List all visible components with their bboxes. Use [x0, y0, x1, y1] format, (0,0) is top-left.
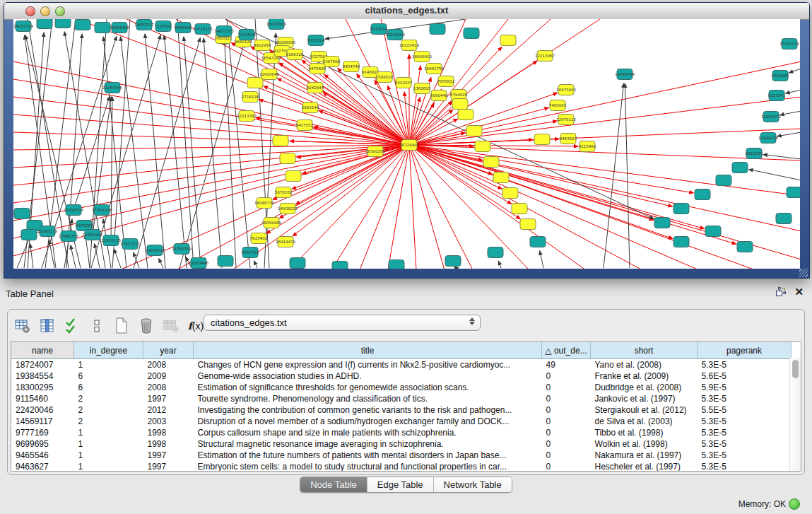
table-row[interactable]: 1830029562008Estimation of significance …: [11, 382, 792, 393]
graph-node[interactable]: [445, 256, 461, 267]
graph-node-label: 8215935: [746, 151, 763, 156]
graph-node[interactable]: [673, 204, 689, 214]
table-row[interactable]: 2242004622012Investigating the contribut…: [11, 404, 792, 416]
row-options-icon[interactable]: [89, 318, 105, 334]
show-columns-icon[interactable]: [40, 318, 55, 334]
graph-node[interactable]: [389, 260, 404, 269]
table-scrollbar[interactable]: [789, 358, 801, 471]
graph-node[interactable]: [290, 258, 305, 269]
graph-node[interactable]: [737, 242, 753, 252]
graph-node[interactable]: [452, 99, 468, 110]
graph-node[interactable]: [502, 188, 518, 199]
column-header-pagerank[interactable]: pagerank: [698, 342, 792, 359]
graph-node-label: 8454749: [343, 64, 360, 69]
graph-node[interactable]: [493, 173, 509, 183]
graph-node[interactable]: [332, 262, 348, 269]
table-scrollbar-thumb[interactable]: [792, 360, 799, 378]
graph-node[interactable]: [464, 28, 479, 39]
graph-node[interactable]: [520, 219, 536, 230]
graph-node[interactable]: [500, 35, 516, 46]
graph-edge: [786, 90, 800, 93]
graph-node[interactable]: [673, 237, 689, 247]
graph-node[interactable]: [475, 141, 490, 152]
table-row[interactable]: 969969511998Structural magnetic resonanc…: [11, 438, 792, 450]
graph-node-label: 12093872: [761, 115, 781, 119]
graph-node[interactable]: [695, 189, 710, 200]
graph-node[interactable]: [512, 204, 527, 214]
column-header-year[interactable]: year: [143, 342, 194, 359]
close-button[interactable]: [25, 6, 35, 16]
graph-node[interactable]: [273, 136, 288, 146]
column-header-name[interactable]: name: [11, 342, 74, 359]
graph-node[interactable]: [458, 110, 473, 120]
graph-node[interactable]: [530, 237, 546, 247]
graph-node-label: 1527602: [155, 24, 172, 28]
graph-edge: [302, 145, 409, 174]
graph-node[interactable]: [75, 20, 90, 30]
graph-node[interactable]: [21, 230, 37, 240]
graph-node[interactable]: [286, 171, 301, 182]
graph-node-label: 9975887: [76, 223, 93, 228]
graph-node[interactable]: [218, 256, 233, 267]
table-row[interactable]: 946362711997Embryonic stem cells: a mode…: [11, 461, 792, 472]
graph-node[interactable]: [430, 24, 445, 35]
column-header-title[interactable]: title: [194, 342, 542, 359]
graph-node[interactable]: [534, 134, 550, 145]
memory-status-indicator[interactable]: [789, 498, 800, 510]
graph-node[interactable]: [732, 163, 748, 173]
table-row[interactable]: 1872400712008Changes of HCN gene express…: [11, 359, 792, 371]
graph-node[interactable]: [280, 153, 295, 164]
table-settings-icon[interactable]: [15, 318, 30, 334]
network-view[interactable]: 1872400718300295766382296601289912954165…: [13, 19, 800, 269]
graph-edge: [777, 132, 800, 136]
graph-node[interactable]: [247, 78, 263, 88]
table-row[interactable]: 977716911998Corpus callosum shape and si…: [11, 427, 792, 438]
tab-node-table[interactable]: Node Table: [300, 477, 367, 492]
graph-node[interactable]: [37, 19, 52, 29]
cell: 2008: [143, 382, 194, 393]
window-resize-grip[interactable]: [799, 269, 808, 277]
graph-edge: [409, 145, 704, 228]
table-row[interactable]: 1938455462009Genome-wide association stu…: [11, 370, 792, 382]
graph-node[interactable]: [95, 23, 110, 33]
zoom-button[interactable]: [55, 6, 65, 16]
graph-node[interactable]: [488, 247, 503, 258]
network-canvas[interactable]: 1872400718300295766382296601289912954165…: [13, 19, 800, 269]
column-header-short[interactable]: short: [591, 342, 698, 359]
function-builder-icon[interactable]: f(x): [188, 318, 204, 334]
tab-network-table[interactable]: Network Table: [434, 477, 512, 492]
minimize-button[interactable]: [40, 6, 50, 16]
table-selector-dropdown[interactable]: citations_edges.txt: [204, 315, 481, 331]
import-table-icon[interactable]: [163, 318, 179, 334]
graph-edge: [625, 83, 630, 268]
table-row[interactable]: 911546021997Tourette syndrome. Phenomeno…: [11, 393, 792, 404]
select-rows-icon[interactable]: [64, 318, 80, 334]
graph-node[interactable]: [466, 126, 482, 136]
delete-table-icon[interactable]: [139, 318, 154, 334]
memory-status-label: Memory: OK: [739, 499, 786, 510]
graph-node[interactable]: [654, 218, 670, 228]
cell: 2009: [143, 370, 194, 382]
graph-node[interactable]: [55, 19, 71, 28]
graph-node[interactable]: [483, 157, 499, 168]
tab-edge-table[interactable]: Edge Table: [367, 477, 434, 492]
graph-node-label: 9475685: [309, 66, 326, 71]
close-panel-icon[interactable]: ✕: [794, 287, 804, 297]
window-titlebar[interactable]: citations_edges.txt: [4, 3, 809, 20]
graph-node-label: 16961758: [424, 66, 444, 71]
cell: 5.3E-5: [698, 416, 792, 427]
table-row[interactable]: 1456911722003Disruption of a novel membe…: [11, 416, 792, 427]
graph-node[interactable]: [776, 214, 792, 224]
node-table-grid: namein_degreeyeartitle△ out_de...shortpa…: [11, 342, 792, 472]
graph-node[interactable]: [787, 187, 800, 198]
cell: 14569117: [11, 416, 74, 427]
graph-node[interactable]: [705, 226, 721, 237]
column-header-in-degree[interactable]: in_degree: [74, 342, 143, 359]
table-row[interactable]: 946554611997Estimation of the future num…: [11, 450, 792, 461]
new-table-icon[interactable]: [114, 318, 129, 334]
float-panel-icon[interactable]: [775, 287, 786, 297]
graph-node[interactable]: [14, 209, 30, 219]
graph-node[interactable]: [716, 175, 731, 186]
column-header-out-de-[interactable]: △ out_de...: [542, 342, 591, 359]
cell: Investigating the contribution of common…: [194, 404, 542, 416]
